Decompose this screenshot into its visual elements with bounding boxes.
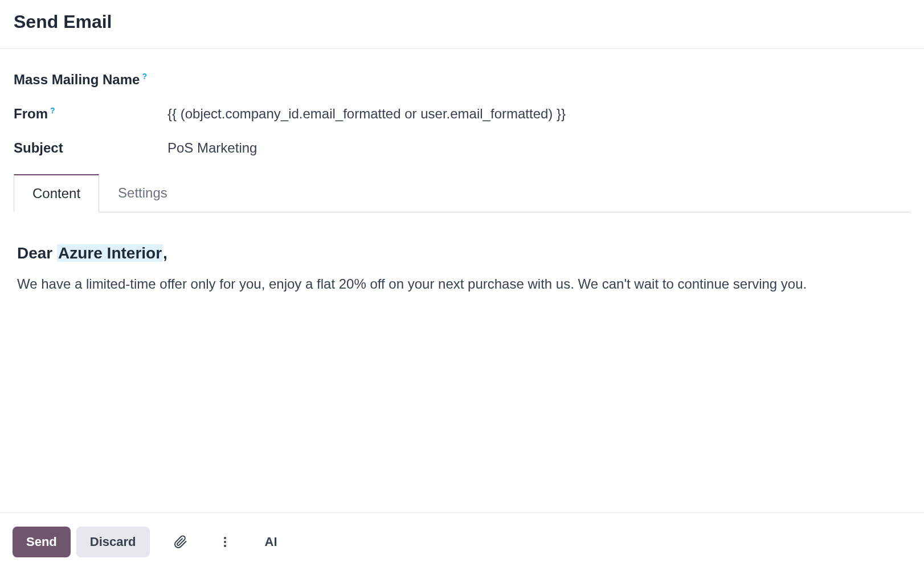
dialog-header: Send Email bbox=[0, 0, 924, 49]
send-button[interactable]: Send bbox=[13, 527, 71, 557]
label-subject-text: Subject bbox=[14, 140, 63, 155]
form-area: Mass Mailing Name? From? {{ (object.comp… bbox=[0, 49, 924, 224]
label-mass-mailing: Mass Mailing Name? bbox=[14, 72, 167, 88]
row-subject: Subject PoS Marketing bbox=[14, 140, 910, 156]
greeting-suffix: , bbox=[163, 244, 167, 262]
greeting-prefix: Dear bbox=[17, 244, 57, 262]
kebab-menu-icon bbox=[218, 535, 232, 549]
label-from: From? bbox=[14, 106, 167, 122]
label-mass-mailing-text: Mass Mailing Name bbox=[14, 72, 140, 87]
help-icon[interactable]: ? bbox=[142, 72, 147, 81]
email-body-editor[interactable]: Dear Azure Interior, We have a limited-t… bbox=[0, 224, 924, 315]
value-from[interactable]: {{ (object.company_id.email_formatted or… bbox=[167, 106, 910, 122]
label-subject: Subject bbox=[14, 140, 167, 156]
greeting-recipient: Azure Interior bbox=[57, 244, 163, 262]
greeting-line: Dear Azure Interior, bbox=[17, 244, 907, 262]
discard-button[interactable]: Discard bbox=[76, 527, 150, 557]
tabs: Content Settings bbox=[14, 174, 910, 212]
dialog-title: Send Email bbox=[14, 11, 910, 32]
value-subject[interactable]: PoS Marketing bbox=[167, 140, 910, 156]
help-icon[interactable]: ? bbox=[50, 106, 55, 115]
tab-settings[interactable]: Settings bbox=[99, 174, 186, 212]
svg-point-0 bbox=[224, 537, 226, 539]
label-from-text: From bbox=[14, 106, 48, 121]
svg-point-1 bbox=[224, 541, 226, 543]
tab-content[interactable]: Content bbox=[14, 174, 99, 212]
svg-point-2 bbox=[224, 545, 226, 547]
more-options-button[interactable] bbox=[211, 528, 239, 556]
row-mass-mailing: Mass Mailing Name? bbox=[14, 72, 910, 88]
row-from: From? {{ (object.company_id.email_format… bbox=[14, 106, 910, 122]
attachment-button[interactable] bbox=[167, 528, 194, 556]
dialog-footer: Send Discard AI bbox=[0, 512, 924, 571]
paperclip-icon bbox=[174, 535, 187, 549]
body-paragraph: We have a limited-time offer only for yo… bbox=[17, 274, 907, 294]
ai-button[interactable]: AI bbox=[256, 535, 287, 549]
